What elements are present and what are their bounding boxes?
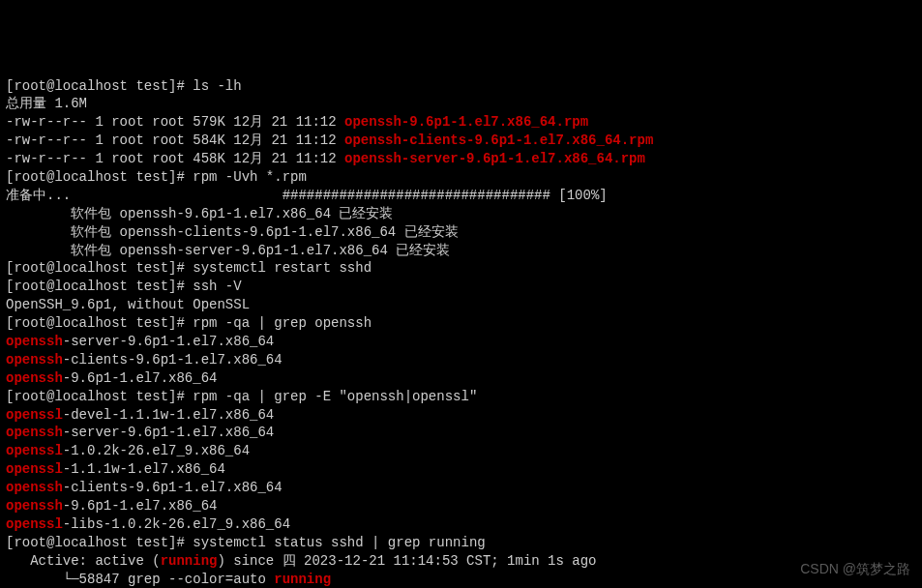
grep-highlight: openssh xyxy=(6,370,63,386)
grep-both-1: openssh-server-9.6p1-1.el7.x86_64 xyxy=(6,424,916,442)
grep-both-0: openssl-devel-1.1.1w-1.el7.x86_64 xyxy=(6,406,916,425)
rpm-file: openssh-server-9.6p1-1.el7.x86_64.rpm xyxy=(344,151,645,166)
cmd-rpm-install[interactable]: [root@localhost test]# rpm -Uvh *.rpm xyxy=(6,168,916,187)
cmd-restart[interactable]: [root@localhost test]# systemctl restart… xyxy=(6,259,916,278)
grep-openssh-2: openssh-9.6p1-1.el7.x86_64 xyxy=(6,369,916,388)
status-running: running xyxy=(274,572,331,587)
cmd-status[interactable]: [root@localhost test]# systemctl status … xyxy=(6,534,916,552)
watermark-text: CSDN @筑梦之路 xyxy=(800,560,910,578)
grep-highlight: openssh xyxy=(6,334,63,349)
grep-both-2: openssl-1.0.2k-26.el7_9.x86_64 xyxy=(6,442,916,460)
grep-highlight: openssl xyxy=(6,516,63,532)
rpm-installed-0: 软件包 openssh-9.6p1-1.el7.x86_64 已经安装 xyxy=(6,205,916,223)
grep-both-3: openssl-1.1.1w-1.el7.x86_64 xyxy=(6,460,916,479)
grep-both-6: openssl-libs-1.0.2k-26.el7_9.x86_64 xyxy=(6,515,916,534)
ls-row-1: -rw-r--r-- 1 root root 584K 12月 21 11:12… xyxy=(6,132,916,150)
grep-highlight: openssl xyxy=(6,443,63,458)
grep-both-4: openssh-clients-9.6p1-1.el7.x86_64 xyxy=(6,479,916,497)
cmd-rpmqa1[interactable]: [root@localhost test]# rpm -qa | grep op… xyxy=(6,314,916,333)
terminal-output[interactable]: [root@localhost test]# ls -lh总用量 1.6M-rw… xyxy=(6,77,916,588)
rpm-installed-1: 软件包 openssh-clients-9.6p1-1.el7.x86_64 已… xyxy=(6,223,916,242)
status-running: running xyxy=(161,553,218,569)
ls-row-0: -rw-r--r-- 1 root root 579K 12月 21 11:12… xyxy=(6,113,916,132)
rpm-prep: 准备中... #################################… xyxy=(6,187,916,205)
grep-highlight: openssh xyxy=(6,425,63,440)
grep-highlight: openssh xyxy=(6,480,63,495)
ssh-version: OpenSSH_9.6p1, without OpenSSL xyxy=(6,296,916,314)
cmd-sshv[interactable]: [root@localhost test]# ssh -V xyxy=(6,278,916,296)
rpm-installed-2: 软件包 openssh-server-9.6p1-1.el7.x86_64 已经… xyxy=(6,242,916,260)
rpm-file: openssh-9.6p1-1.el7.x86_64.rpm xyxy=(344,114,588,130)
cmd-ls[interactable]: [root@localhost test]# ls -lh xyxy=(6,77,916,96)
grep-openssh-1: openssh-clients-9.6p1-1.el7.x86_64 xyxy=(6,351,916,369)
grep-highlight: openssl xyxy=(6,461,63,477)
status-active: Active: active (running) since 四 2023-12… xyxy=(6,552,916,571)
grep-highlight: openssl xyxy=(6,407,63,423)
grep-highlight: openssh xyxy=(6,498,63,514)
cmd-rpmqa2[interactable]: [root@localhost test]# rpm -qa | grep -E… xyxy=(6,388,916,406)
grep-both-5: openssh-9.6p1-1.el7.x86_64 xyxy=(6,497,916,515)
grep-highlight: openssh xyxy=(6,352,63,368)
grep-openssh-0: openssh-server-9.6p1-1.el7.x86_64 xyxy=(6,333,916,351)
status-grep: └─58847 grep --color=auto running xyxy=(6,571,916,588)
ls-row-2: -rw-r--r-- 1 root root 458K 12月 21 11:12… xyxy=(6,150,916,168)
rpm-file: openssh-clients-9.6p1-1.el7.x86_64.rpm xyxy=(344,132,653,148)
ls-total: 总用量 1.6M xyxy=(6,95,916,113)
